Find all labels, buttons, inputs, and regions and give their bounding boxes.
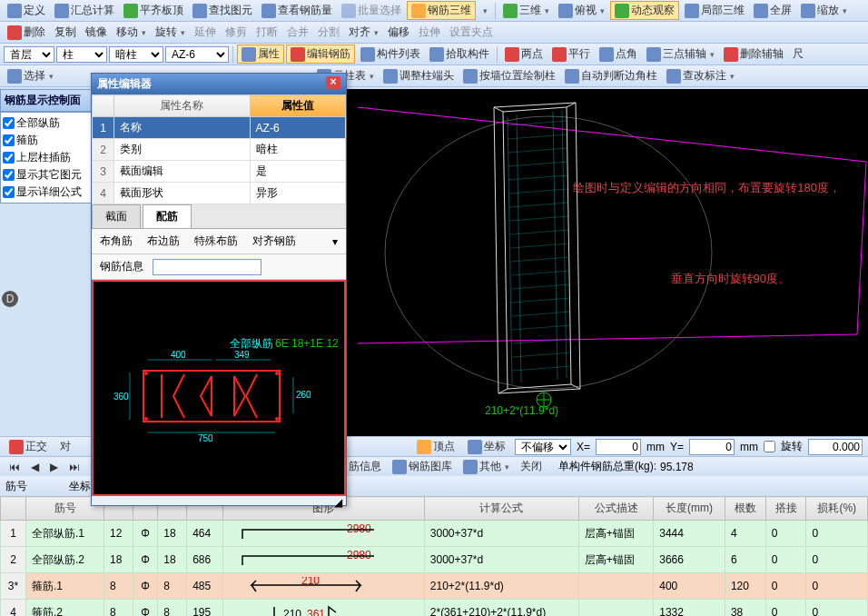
- btn-orbit[interactable]: 动态观察: [610, 1, 679, 20]
- btn-break[interactable]: 打断: [252, 24, 281, 41]
- btn-rebar-3d-drop[interactable]: [478, 5, 491, 16]
- btn-local3d[interactable]: 局部三维: [681, 2, 748, 19]
- prop-row-name[interactable]: 1名称AZ-6: [93, 117, 346, 139]
- btn-edge-bar[interactable]: 布边筋: [142, 232, 185, 251]
- btn-trim[interactable]: 修剪: [222, 24, 251, 41]
- btn-mirror[interactable]: 镜像: [82, 24, 111, 41]
- btn-draw-by-wall[interactable]: 按墙位置绘制柱: [459, 67, 559, 84]
- item-select[interactable]: AZ-6: [165, 46, 229, 63]
- btn-grippoint[interactable]: 设置夹点: [446, 24, 497, 41]
- btn-vertex[interactable]: 顶点: [413, 438, 459, 455]
- tab-rebar[interactable]: 配筋: [143, 204, 192, 228]
- btn-sumcalc[interactable]: 汇总计算: [51, 2, 118, 19]
- btn-batch-sel[interactable]: 批量选择: [338, 2, 405, 19]
- table-row[interactable]: 1全部纵筋.112Φ1846429803000+37*d层高+锚固3444400: [1, 521, 868, 547]
- svg-text:260: 260: [296, 390, 311, 400]
- table-row[interactable]: 3*箍筋.18Φ8485210210+2*(11.9*d)40012000: [1, 573, 868, 600]
- btn-stretch[interactable]: 拉伸: [415, 24, 444, 41]
- btn-align-bar[interactable]: 对齐钢筋: [247, 232, 301, 251]
- btn-align-slab[interactable]: 平齐板顶: [120, 2, 187, 19]
- btn-extend[interactable]: 延伸: [191, 24, 220, 41]
- angle-input[interactable]: [808, 439, 863, 455]
- chk-all-long[interactable]: 全部纵筋: [3, 114, 92, 132]
- btn-adjust-end[interactable]: 调整柱端头: [380, 67, 458, 84]
- chk-upper-insert[interactable]: 上层柱插筋: [3, 149, 92, 166]
- svg-point-35: [144, 417, 148, 421]
- btn-snap[interactable]: 对: [56, 438, 74, 455]
- svg-point-33: [144, 372, 148, 375]
- btn-rebar-3d[interactable]: 钢筋三维: [407, 1, 476, 20]
- btn-topview[interactable]: 俯视: [555, 2, 608, 19]
- btn-pointangle[interactable]: 点角: [596, 45, 641, 63]
- btn-special-bar[interactable]: 特殊布筋: [189, 232, 243, 251]
- rebar-info-input[interactable]: [153, 259, 261, 275]
- chevron-down-icon[interactable]: ▾: [327, 233, 343, 250]
- btn-edit-rebar[interactable]: 编辑钢筋: [286, 45, 355, 64]
- prop-row-cat[interactable]: 2类别暗柱: [93, 139, 346, 161]
- rotate-check[interactable]: [764, 441, 775, 452]
- rebar-grid[interactable]: 筋号图形计算公式公式描述长度(mm)根数搭接损耗(%) 1全部纵筋.112Φ18…: [0, 496, 868, 616]
- svg-line-9: [517, 114, 521, 383]
- col-propval: 属性值: [250, 95, 345, 117]
- svg-line-1: [358, 107, 866, 162]
- propdlg-close-icon[interactable]: ×: [326, 76, 340, 89]
- prop-row-shape[interactable]: 4截面形状异形: [93, 183, 346, 204]
- btn-fullscreen[interactable]: 全屏: [750, 2, 795, 19]
- btn-copy[interactable]: 复制: [51, 24, 80, 41]
- btn-parallel[interactable]: 平行: [548, 45, 594, 63]
- table-row[interactable]: 2全部纵筋.218Φ1868629803000+37*d层高+锚固3666600: [1, 547, 868, 573]
- btn-ortho[interactable]: 正交: [5, 438, 51, 455]
- nav-prev-icon[interactable]: ◀: [27, 460, 43, 474]
- resize-handle[interactable]: ◢: [92, 496, 346, 505]
- chk-show-other[interactable]: 显示其它图元: [3, 166, 92, 184]
- btn-coord[interactable]: 坐标: [464, 438, 509, 455]
- category-select[interactable]: 柱: [56, 46, 107, 63]
- btn-props[interactable]: 属性: [237, 45, 284, 64]
- property-table[interactable]: 属性名称属性值 1名称AZ-6 2类别暗柱 3截面编辑是 4截面形状异形: [92, 94, 346, 204]
- btn-check-label[interactable]: 查改标注: [663, 67, 738, 84]
- nav-first-icon[interactable]: ⏮: [5, 460, 24, 474]
- btn-view-rebar[interactable]: 查看钢筋量: [258, 2, 336, 19]
- svg-line-8: [508, 116, 512, 384]
- left-panel: 钢筋显示控制面 全部纵筋 箍筋 上层柱插筋 显示其它图元 显示详细公式: [0, 89, 94, 204]
- floor-select[interactable]: 首层: [4, 46, 54, 63]
- btn-bar-info[interactable]: 筋信息: [345, 458, 385, 475]
- btn-zoom[interactable]: 缩放: [797, 2, 851, 19]
- section-preview[interactable]: 400 349 360 260 750 全部纵筋 6E 18+1E 12: [92, 280, 346, 496]
- btn-component-list[interactable]: 构件列表: [357, 45, 424, 63]
- btn-corner-bar[interactable]: 布角筋: [94, 232, 138, 251]
- table-row[interactable]: 4箍筋.28Φ81952103612*(361+210)+2*(11.9*d)1…: [1, 600, 868, 617]
- btn-define[interactable]: 定义: [4, 2, 49, 19]
- property-dialog: 属性编辑器 × 属性名称属性值 1名称AZ-6 2类别暗柱 3截面编辑是 4截面…: [91, 73, 347, 506]
- btn-split[interactable]: 分割: [314, 24, 343, 41]
- nav-next-icon[interactable]: ▶: [46, 460, 62, 474]
- chk-stirrup[interactable]: 箍筋: [3, 132, 92, 149]
- y-input[interactable]: [689, 439, 735, 455]
- btn-pick[interactable]: 拾取构件: [426, 45, 493, 63]
- btn-3d[interactable]: 三维: [499, 2, 553, 19]
- btn-del-aux[interactable]: 删除辅轴: [720, 45, 787, 63]
- btn-3pt-aux[interactable]: 三点辅轴: [643, 45, 718, 63]
- offset-select[interactable]: 不偏移: [515, 439, 571, 455]
- btn-merge[interactable]: 合并: [283, 24, 312, 41]
- btn-twopoint[interactable]: 两点: [501, 45, 547, 63]
- btn-delete[interactable]: 删除: [4, 24, 49, 41]
- btn-close[interactable]: 关闭: [517, 458, 546, 475]
- btn-ruler[interactable]: 尺: [789, 45, 807, 63]
- subcat-select[interactable]: 暗柱: [109, 46, 163, 63]
- btn-move[interactable]: 移动: [113, 24, 150, 41]
- nav-last-icon[interactable]: ⏭: [65, 460, 84, 474]
- btn-find[interactable]: 查找图元: [189, 2, 256, 19]
- btn-other[interactable]: 其他: [459, 458, 513, 475]
- btn-auto-corner[interactable]: 自动判断边角柱: [561, 67, 661, 84]
- x-input[interactable]: [596, 439, 641, 455]
- btn-rotate[interactable]: 旋转: [152, 24, 189, 41]
- btn-rebar-lib[interactable]: 钢筋图库: [389, 458, 456, 475]
- propdlg-titlebar[interactable]: 属性编辑器 ×: [92, 74, 346, 94]
- chk-show-detail[interactable]: 显示详细公式: [3, 184, 92, 201]
- btn-select[interactable]: 选择: [4, 67, 57, 84]
- prop-row-sectionedit[interactable]: 3截面编辑是: [93, 161, 346, 183]
- tab-section[interactable]: 截面: [92, 204, 141, 228]
- btn-offset[interactable]: 偏移: [384, 24, 413, 41]
- btn-align[interactable]: 对齐: [345, 24, 382, 41]
